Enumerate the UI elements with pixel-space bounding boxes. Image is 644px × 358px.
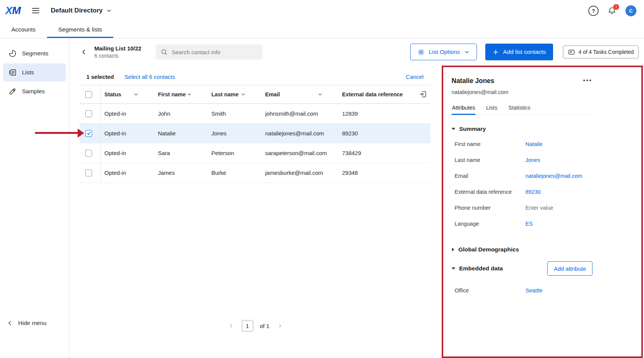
cell-last-name: Smith <box>211 104 265 123</box>
sidebar-item-segments[interactable]: Segments <box>3 44 66 63</box>
list-subtitle: 6 contacts <box>94 53 141 59</box>
email-sort-chevron-icon[interactable] <box>317 92 323 97</box>
field-row: Email nataliejones@mail.com <box>452 168 592 184</box>
row-checkbox[interactable] <box>85 150 92 157</box>
segments-pie-icon <box>8 49 17 58</box>
main-area: Mailing List 10/22 6 contacts List Optio… <box>69 38 644 358</box>
field-value-first-name[interactable]: Natalie <box>525 141 542 147</box>
cell-external-ref: 89230 <box>342 123 409 143</box>
cell-status: Opted-in <box>100 123 158 143</box>
cell-last-name: Burke <box>211 163 265 182</box>
hamburger-menu-icon[interactable] <box>31 6 40 15</box>
global-demographics-title: Global Demographics <box>458 246 519 253</box>
content: Segments Lists Samples Hide menu <box>0 38 644 358</box>
more-options-icon[interactable] <box>582 77 592 84</box>
last-name-sort-chevron-icon[interactable] <box>241 92 246 97</box>
column-settings-icon[interactable] <box>419 90 428 99</box>
add-attribute-button[interactable]: Add attribute <box>547 261 592 276</box>
user-avatar[interactable]: C <box>625 5 636 16</box>
global-demographics-section-toggle[interactable]: Global Demographics <box>452 246 519 253</box>
gear-icon <box>417 49 425 56</box>
table-row[interactable]: Opted-in Sara Peterson sarapeterson@mail… <box>80 143 430 163</box>
tasks-completed-label: 4 of 4 Tasks Completed <box>578 49 634 55</box>
hide-menu-button[interactable]: Hide menu <box>0 318 53 328</box>
search-input[interactable] <box>172 49 258 55</box>
cell-first-name: John <box>158 104 211 123</box>
table-row[interactable]: Opted-in James Burke jamesburke@mail.com… <box>80 163 430 182</box>
first-name-sort-chevron-icon[interactable] <box>187 92 192 97</box>
sidebar-item-label: Segments <box>22 50 48 57</box>
sidebar-item-samples[interactable]: Samples <box>3 82 66 100</box>
embedded-data-section-toggle[interactable]: Embedded data <box>452 265 503 272</box>
summary-section-title: Summary <box>459 126 486 132</box>
list-options-button[interactable]: List Options <box>410 44 477 60</box>
cell-status: Opted-in <box>100 163 158 182</box>
add-list-contacts-button[interactable]: Add list contacts <box>485 44 553 60</box>
sidebar-item-label: Samples <box>22 88 45 95</box>
notifications-bell-icon[interactable]: 1 <box>608 6 616 15</box>
list-options-label: List Options <box>429 49 460 55</box>
notification-badge: 1 <box>613 4 619 10</box>
sidebar-item-lists[interactable]: Lists <box>3 63 66 82</box>
selection-bar: 1 selected Select all 6 contacts Cancel <box>80 69 430 85</box>
row-checkbox[interactable] <box>85 110 92 117</box>
next-page-chevron-icon[interactable] <box>276 322 284 330</box>
field-value-email[interactable]: nataliejones@mail.com <box>525 173 582 179</box>
samples-dropper-icon <box>8 87 17 96</box>
field-row: Office Seattle <box>452 283 592 298</box>
current-page-box[interactable]: 1 <box>242 320 253 331</box>
summary-section-toggle[interactable]: Summary <box>452 126 486 132</box>
panel-inner: Natalie Jones nataliejones@mail.com Attr… <box>452 77 592 298</box>
panel-tab-attributes[interactable]: Attributes <box>452 105 475 115</box>
field-value-phone-number[interactable]: Enter value <box>525 205 553 211</box>
table-row-selected[interactable]: Opted-in Natalie Jones nataliejones@mail… <box>80 123 430 143</box>
embedded-data-title: Embedded data <box>459 265 503 272</box>
back-chevron-icon[interactable] <box>79 47 88 57</box>
chevron-down-icon <box>106 8 112 14</box>
field-value-office[interactable]: Seattle <box>525 287 542 294</box>
topbar-right: ? 1 C <box>588 5 636 16</box>
field-label: Office <box>455 287 525 294</box>
search-icon <box>161 49 167 55</box>
cell-external-ref: 738429 <box>342 143 409 163</box>
select-all-checkbox[interactable] <box>85 91 92 98</box>
column-header-status: Status <box>105 91 121 97</box>
table-row[interactable]: Opted-in John Smith johnsmith@mail.com 1… <box>80 104 430 123</box>
contact-search[interactable] <box>156 44 263 60</box>
list-toolbar: Mailing List 10/22 6 contacts List Optio… <box>69 38 644 66</box>
select-all-link[interactable]: Select all 6 contacts <box>125 74 175 80</box>
help-icon[interactable]: ? <box>588 6 599 16</box>
cell-external-ref: 12839 <box>342 104 409 123</box>
field-label: Last name <box>455 157 525 163</box>
row-checkbox-checked[interactable] <box>85 130 92 137</box>
previous-page-chevron-icon[interactable] <box>227 322 235 330</box>
row-checkbox[interactable] <box>85 170 92 176</box>
logo-m: M <box>12 5 20 16</box>
status-sort-chevron-icon[interactable] <box>133 92 139 97</box>
field-value-external-ref[interactable]: 89230 <box>525 189 541 195</box>
panel-tab-statistics[interactable]: Statistics <box>508 105 531 115</box>
cell-last-name: Peterson <box>211 143 265 163</box>
avatar-initial: C <box>629 8 633 14</box>
field-value-language[interactable]: ES <box>525 221 533 227</box>
hide-menu-label: Hide menu <box>18 320 47 327</box>
field-label: First name <box>455 141 525 147</box>
column-header-last-name: Last name <box>211 91 239 97</box>
embedded-data-fields: Office Seattle <box>452 283 592 298</box>
tab-segments-lists[interactable]: Segments & lists <box>47 21 113 38</box>
field-value-last-name[interactable]: Jones <box>525 157 540 163</box>
cell-email: sarapeterson@mail.com <box>265 143 342 163</box>
xm-logo[interactable]: XM <box>5 5 20 16</box>
directory-selector[interactable]: Default Directory <box>51 7 112 14</box>
tab-accounts[interactable]: Accounts <box>0 21 47 38</box>
panel-tab-lists[interactable]: Lists <box>486 105 498 115</box>
triangle-right-icon <box>452 248 455 251</box>
field-row: External data reference 89230 <box>452 184 592 200</box>
field-row: Last name Jones <box>452 152 592 168</box>
cell-first-name: Natalie <box>158 123 211 143</box>
cancel-selection-link[interactable]: Cancel <box>406 74 424 80</box>
tasks-clipboard-icon <box>568 49 575 56</box>
tasks-completed-button[interactable]: 4 of 4 Tasks Completed <box>563 46 639 58</box>
cell-last-name: Jones <box>211 123 265 143</box>
triangle-down-icon <box>452 267 455 270</box>
